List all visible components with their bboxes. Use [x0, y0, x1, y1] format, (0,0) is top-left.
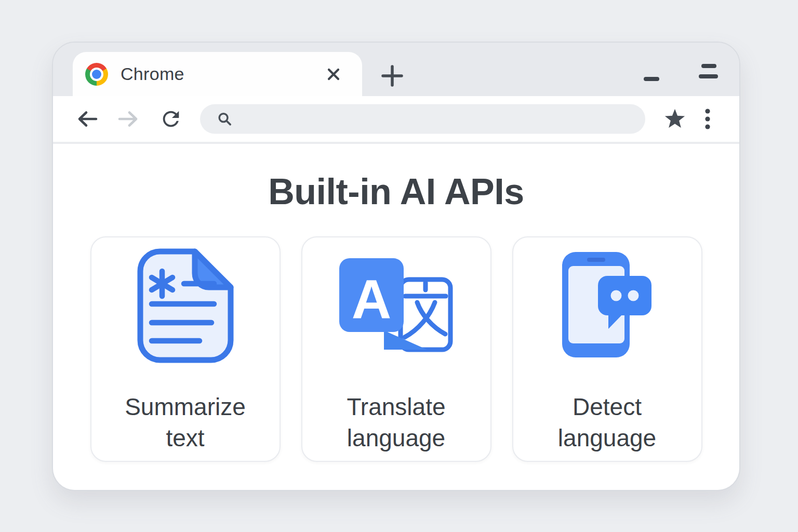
- resize-bar-top: [701, 64, 716, 68]
- reload-icon[interactable]: [159, 107, 183, 131]
- latin-glyph-a: A: [351, 269, 391, 330]
- three-dot-menu-icon[interactable]: [704, 108, 711, 130]
- chrome-logo-icon: [85, 63, 108, 86]
- back-arrow-icon[interactable]: [76, 108, 99, 130]
- forward-arrow-icon[interactable]: [117, 108, 140, 130]
- bookmark-star-icon[interactable]: [663, 108, 686, 130]
- card-label: Summarize text: [110, 391, 261, 454]
- minimize-icon[interactable]: [644, 77, 659, 81]
- card-label: Translate language: [321, 391, 472, 454]
- card-label: Detect language: [532, 391, 683, 454]
- card-row: Summarize text A: [53, 236, 739, 462]
- summarize-document-icon: [136, 237, 235, 374]
- page-content: Built-in AI APIs: [53, 144, 739, 491]
- search-icon: [217, 111, 233, 127]
- new-tab-plus-icon[interactable]: [381, 64, 404, 87]
- card-summarize-text[interactable]: Summarize text: [90, 236, 281, 462]
- tab-title: Chrome: [121, 64, 184, 84]
- translate-icon: A: [339, 237, 454, 374]
- toolbar: [53, 96, 739, 144]
- tab-strip: Chrome: [53, 43, 739, 96]
- address-bar[interactable]: [200, 104, 645, 134]
- resize-bar-bottom: [699, 74, 718, 78]
- tab-close-icon[interactable]: [326, 66, 341, 82]
- page-title: Built-in AI APIs: [53, 144, 739, 212]
- browser-tab[interactable]: Chrome: [73, 52, 362, 96]
- phone-chat-bubble-icon: [558, 237, 657, 374]
- card-translate-language[interactable]: A Translate language: [301, 236, 491, 462]
- browser-window: Chrome: [52, 42, 740, 491]
- card-detect-language[interactable]: Detect language: [512, 236, 702, 462]
